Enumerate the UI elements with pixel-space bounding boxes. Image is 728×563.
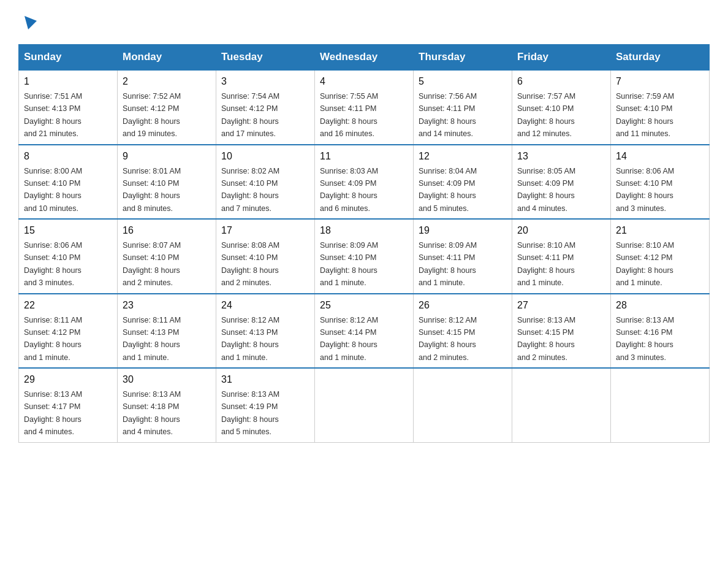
calendar-cell: 13 Sunrise: 8:05 AMSunset: 4:09 PMDaylig…: [512, 145, 611, 220]
day-info: Sunrise: 7:52 AMSunset: 4:12 PMDaylight:…: [123, 92, 181, 138]
calendar-cell: [315, 368, 414, 442]
calendar-cell: 18 Sunrise: 8:09 AMSunset: 4:10 PMDaylig…: [315, 219, 414, 294]
day-number: 7: [616, 74, 704, 89]
day-number: 10: [221, 149, 309, 164]
day-info: Sunrise: 8:10 AMSunset: 4:12 PMDaylight:…: [616, 241, 674, 287]
day-info: Sunrise: 8:03 AMSunset: 4:09 PMDaylight:…: [320, 167, 378, 213]
day-info: Sunrise: 8:12 AMSunset: 4:15 PMDaylight:…: [419, 316, 477, 362]
calendar-cell: 11 Sunrise: 8:03 AMSunset: 4:09 PMDaylig…: [315, 145, 414, 220]
logo-triangle-icon: [20, 12, 39, 32]
day-number: 21: [616, 223, 704, 238]
calendar-cell: 22 Sunrise: 8:11 AMSunset: 4:12 PMDaylig…: [19, 294, 118, 369]
day-info: Sunrise: 8:13 AMSunset: 4:15 PMDaylight:…: [517, 316, 575, 362]
week-row-1: 1 Sunrise: 7:51 AMSunset: 4:13 PMDayligh…: [19, 70, 710, 145]
day-number: 27: [517, 298, 605, 313]
calendar-cell: 14 Sunrise: 8:06 AMSunset: 4:10 PMDaylig…: [611, 145, 710, 220]
calendar-cell: 4 Sunrise: 7:55 AMSunset: 4:11 PMDayligh…: [315, 70, 414, 145]
day-number: 5: [419, 74, 507, 89]
day-number: 4: [320, 74, 408, 89]
calendar-cell: [512, 368, 611, 442]
day-number: 15: [24, 223, 112, 238]
day-number: 8: [24, 149, 112, 164]
day-info: Sunrise: 8:13 AMSunset: 4:17 PMDaylight:…: [24, 390, 82, 436]
day-number: 9: [123, 149, 211, 164]
day-info: Sunrise: 7:51 AMSunset: 4:13 PMDaylight:…: [24, 92, 82, 138]
svg-marker-0: [25, 16, 37, 29]
day-number: 3: [221, 74, 309, 89]
calendar-table: SundayMondayTuesdayWednesdayThursdayFrid…: [18, 44, 710, 443]
day-info: Sunrise: 8:06 AMSunset: 4:10 PMDaylight:…: [24, 241, 82, 287]
week-row-3: 15 Sunrise: 8:06 AMSunset: 4:10 PMDaylig…: [19, 219, 710, 294]
week-row-4: 22 Sunrise: 8:11 AMSunset: 4:12 PMDaylig…: [19, 294, 710, 369]
day-number: 2: [123, 74, 211, 89]
day-info: Sunrise: 8:06 AMSunset: 4:10 PMDaylight:…: [616, 167, 674, 213]
day-info: Sunrise: 7:57 AMSunset: 4:10 PMDaylight:…: [517, 92, 575, 138]
weekday-header-wednesday: Wednesday: [315, 45, 414, 71]
day-number: 23: [123, 298, 211, 313]
weekday-header-saturday: Saturday: [611, 45, 710, 71]
week-row-5: 29 Sunrise: 8:13 AMSunset: 4:17 PMDaylig…: [19, 368, 710, 442]
day-info: Sunrise: 8:12 AMSunset: 4:14 PMDaylight:…: [320, 316, 378, 362]
calendar-cell: 1 Sunrise: 7:51 AMSunset: 4:13 PMDayligh…: [19, 70, 118, 145]
calendar-cell: 24 Sunrise: 8:12 AMSunset: 4:13 PMDaylig…: [216, 294, 315, 369]
calendar-cell: 5 Sunrise: 7:56 AMSunset: 4:11 PMDayligh…: [414, 70, 512, 145]
calendar-cell: 8 Sunrise: 8:00 AMSunset: 4:10 PMDayligh…: [19, 145, 118, 220]
calendar-cell: 30 Sunrise: 8:13 AMSunset: 4:18 PMDaylig…: [118, 368, 216, 442]
day-info: Sunrise: 7:54 AMSunset: 4:12 PMDaylight:…: [221, 92, 279, 138]
calendar-cell: [611, 368, 710, 442]
day-number: 6: [517, 74, 605, 89]
calendar-cell: 3 Sunrise: 7:54 AMSunset: 4:12 PMDayligh…: [216, 70, 315, 145]
day-info: Sunrise: 8:11 AMSunset: 4:13 PMDaylight:…: [123, 316, 181, 362]
calendar-cell: 15 Sunrise: 8:06 AMSunset: 4:10 PMDaylig…: [19, 219, 118, 294]
day-info: Sunrise: 8:13 AMSunset: 4:19 PMDaylight:…: [221, 390, 279, 436]
calendar-cell: 21 Sunrise: 8:10 AMSunset: 4:12 PMDaylig…: [611, 219, 710, 294]
calendar-cell: 7 Sunrise: 7:59 AMSunset: 4:10 PMDayligh…: [611, 70, 710, 145]
weekday-header-thursday: Thursday: [414, 45, 512, 71]
calendar-cell: 9 Sunrise: 8:01 AMSunset: 4:10 PMDayligh…: [118, 145, 216, 220]
week-row-2: 8 Sunrise: 8:00 AMSunset: 4:10 PMDayligh…: [19, 145, 710, 220]
calendar-cell: 23 Sunrise: 8:11 AMSunset: 4:13 PMDaylig…: [118, 294, 216, 369]
calendar-cell: 19 Sunrise: 8:09 AMSunset: 4:11 PMDaylig…: [414, 219, 512, 294]
day-info: Sunrise: 8:08 AMSunset: 4:10 PMDaylight:…: [221, 241, 279, 287]
calendar-cell: 31 Sunrise: 8:13 AMSunset: 4:19 PMDaylig…: [216, 368, 315, 442]
weekday-header-monday: Monday: [118, 45, 216, 71]
calendar-cell: 6 Sunrise: 7:57 AMSunset: 4:10 PMDayligh…: [512, 70, 611, 145]
day-number: 20: [517, 223, 605, 238]
day-number: 14: [616, 149, 704, 164]
day-info: Sunrise: 7:56 AMSunset: 4:11 PMDaylight:…: [419, 92, 477, 138]
day-number: 17: [221, 223, 309, 238]
day-number: 13: [517, 149, 605, 164]
weekday-header-friday: Friday: [512, 45, 611, 71]
day-number: 18: [320, 223, 408, 238]
day-info: Sunrise: 8:11 AMSunset: 4:12 PMDaylight:…: [24, 316, 82, 362]
day-info: Sunrise: 8:02 AMSunset: 4:10 PMDaylight:…: [221, 167, 279, 213]
day-info: Sunrise: 8:09 AMSunset: 4:10 PMDaylight:…: [320, 241, 378, 287]
calendar-cell: 26 Sunrise: 8:12 AMSunset: 4:15 PMDaylig…: [414, 294, 512, 369]
calendar-cell: 2 Sunrise: 7:52 AMSunset: 4:12 PMDayligh…: [118, 70, 216, 145]
day-number: 22: [24, 298, 112, 313]
calendar-cell: [414, 368, 512, 442]
weekday-header-tuesday: Tuesday: [216, 45, 315, 71]
day-info: Sunrise: 8:00 AMSunset: 4:10 PMDaylight:…: [24, 167, 82, 213]
day-number: 12: [419, 149, 507, 164]
calendar-cell: 20 Sunrise: 8:10 AMSunset: 4:11 PMDaylig…: [512, 219, 611, 294]
day-number: 28: [616, 298, 704, 313]
day-number: 19: [419, 223, 507, 238]
calendar-cell: 12 Sunrise: 8:04 AMSunset: 4:09 PMDaylig…: [414, 145, 512, 220]
day-info: Sunrise: 8:13 AMSunset: 4:16 PMDaylight:…: [616, 316, 674, 362]
calendar-cell: 28 Sunrise: 8:13 AMSunset: 4:16 PMDaylig…: [611, 294, 710, 369]
day-info: Sunrise: 8:09 AMSunset: 4:11 PMDaylight:…: [419, 241, 477, 287]
day-number: 25: [320, 298, 408, 313]
day-number: 11: [320, 149, 408, 164]
calendar-cell: 29 Sunrise: 8:13 AMSunset: 4:17 PMDaylig…: [19, 368, 118, 442]
calendar-cell: 27 Sunrise: 8:13 AMSunset: 4:15 PMDaylig…: [512, 294, 611, 369]
day-info: Sunrise: 8:01 AMSunset: 4:10 PMDaylight:…: [123, 167, 181, 213]
day-number: 29: [24, 372, 112, 387]
day-info: Sunrise: 8:05 AMSunset: 4:09 PMDaylight:…: [517, 167, 575, 213]
day-info: Sunrise: 8:10 AMSunset: 4:11 PMDaylight:…: [517, 241, 575, 287]
day-info: Sunrise: 7:55 AMSunset: 4:11 PMDaylight:…: [320, 92, 378, 138]
day-info: Sunrise: 8:04 AMSunset: 4:09 PMDaylight:…: [419, 167, 477, 213]
calendar-cell: 25 Sunrise: 8:12 AMSunset: 4:14 PMDaylig…: [315, 294, 414, 369]
day-number: 30: [123, 372, 211, 387]
day-number: 24: [221, 298, 309, 313]
